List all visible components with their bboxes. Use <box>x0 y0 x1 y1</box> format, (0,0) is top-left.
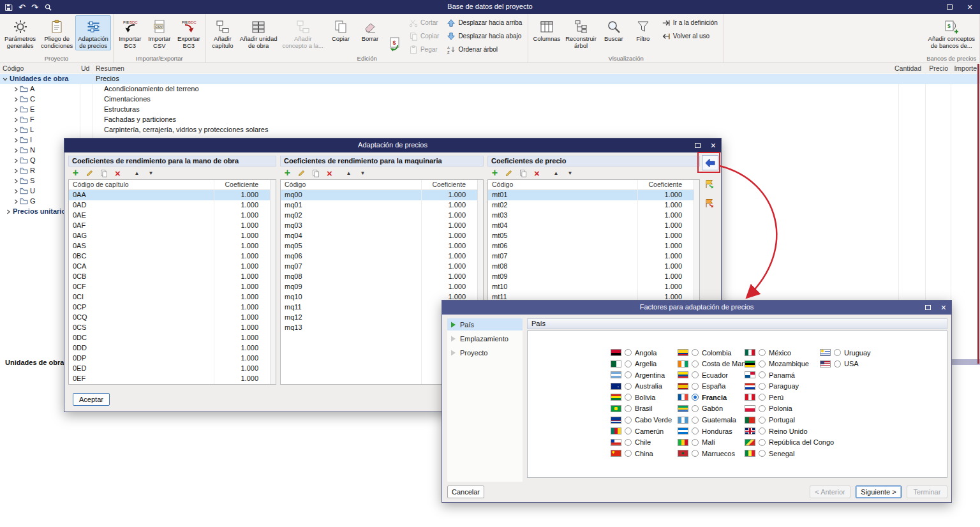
country-option-argentina[interactable]: Argentina <box>611 371 672 379</box>
chevron-down-icon[interactable] <box>2 76 8 82</box>
table-row[interactable]: 0AF1.000 <box>69 221 276 231</box>
country-option-peru[interactable]: Perú <box>745 393 834 401</box>
country-option-mali[interactable]: Malí <box>678 438 749 447</box>
country-option-reino-unido[interactable]: Reino Unido <box>745 427 834 435</box>
radio-button[interactable] <box>759 417 766 424</box>
tree-row-c[interactable]: CCimentaciones <box>0 94 980 105</box>
table-row[interactable]: mt081.000 <box>488 262 699 272</box>
radio-button[interactable] <box>625 450 632 457</box>
adaptacion-precios-button[interactable]: Adaptaciónde precios <box>75 15 111 50</box>
duplicate-row-icon[interactable] <box>518 168 528 178</box>
desplazar-arriba-button[interactable]: Desplazar hacia arriba <box>444 17 524 29</box>
table-row[interactable]: mq061.000 <box>281 251 483 262</box>
anterior-button[interactable]: < Anterior <box>810 486 850 498</box>
radio-button[interactable] <box>692 394 699 401</box>
radio-button[interactable] <box>692 450 699 457</box>
table-row[interactable]: 0ED1.000 <box>69 364 276 374</box>
country-option-paraguay[interactable]: Paraguay <box>745 382 834 390</box>
anadir-unidad-obra-button[interactable]: Añadir unidadde obra <box>237 15 280 50</box>
country-option-honduras[interactable]: Honduras <box>678 427 749 435</box>
country-option-australia[interactable]: Australia <box>611 382 672 390</box>
radio-button[interactable] <box>625 360 632 367</box>
radio-button[interactable] <box>625 383 632 390</box>
table-row[interactable]: 0CB1.000 <box>69 272 276 282</box>
table-row[interactable]: mt051.000 <box>488 231 699 241</box>
column-header-resumen[interactable]: Resumen <box>96 64 124 72</box>
siguiente-button[interactable]: Siguiente > <box>856 486 902 498</box>
search-icon[interactable] <box>44 3 52 11</box>
table-row[interactable]: mt101.000 <box>488 282 699 292</box>
cancelar-button[interactable]: Cancelar <box>447 486 484 498</box>
anadir-conceptos-bancos-button[interactable]: $Añadir conceptosde bancos de... <box>926 15 977 50</box>
table-row[interactable]: 0CP1.000 <box>69 302 276 313</box>
table-row[interactable]: mq031.000 <box>281 221 483 231</box>
radio-button[interactable] <box>759 383 766 390</box>
buscar-button[interactable]: Buscar <box>599 15 628 43</box>
radio-button[interactable] <box>759 349 766 356</box>
table-row[interactable]: mq071.000 <box>281 262 483 272</box>
parametros-generales-button[interactable]: Parámetrosgenerales <box>2 15 38 50</box>
radio-button[interactable] <box>692 360 699 367</box>
move-up-icon[interactable]: ▲ <box>551 168 561 178</box>
add-row-icon[interactable]: + <box>490 168 500 178</box>
filtro-button[interactable]: Filtro <box>628 15 658 43</box>
chevron-right-icon[interactable] <box>13 188 19 195</box>
tree-row-e[interactable]: EEstructuras <box>0 105 980 115</box>
edit-row-icon[interactable] <box>504 168 514 178</box>
table-row[interactable]: 0CI1.000 <box>69 292 276 302</box>
table-row[interactable]: 0CA1.000 <box>69 262 276 272</box>
copy-from-project-button[interactable] <box>704 179 716 189</box>
desplazar-abajo-button[interactable]: Desplazar hacia abajo <box>444 30 524 42</box>
radio-button[interactable] <box>625 405 632 412</box>
table-row[interactable]: 0CQ1.000 <box>69 313 276 323</box>
restore-button[interactable] <box>695 142 701 149</box>
country-option-argelia[interactable]: Argelia <box>611 360 672 368</box>
table-row[interactable]: mq051.000 <box>281 241 483 251</box>
volver-uso-button[interactable]: Volver al uso <box>659 30 720 42</box>
radio-button[interactable] <box>692 417 699 424</box>
table-row[interactable]: 0DC1.000 <box>69 333 276 343</box>
anadir-concepto-button[interactable]: Añadirconcepto a la... <box>279 15 325 50</box>
column-header-ud[interactable]: Ud <box>81 64 89 72</box>
country-option-chile[interactable]: Chile <box>611 438 672 447</box>
table-col-header[interactable]: Coeficiente <box>225 181 258 188</box>
anadir-capitulo-button[interactable]: Añadircapítulo <box>208 15 237 50</box>
table-row[interactable]: 0CF1.000 <box>69 282 276 292</box>
chevron-right-icon[interactable] <box>13 158 19 164</box>
radio-button[interactable] <box>625 417 632 424</box>
column-header-codigo[interactable]: Código <box>3 64 24 72</box>
chevron-right-icon[interactable] <box>13 127 19 133</box>
tree-row-a[interactable]: AAcondicionamiento del terreno <box>0 84 980 94</box>
country-option-francia[interactable]: Francia <box>678 393 749 401</box>
radio-button[interactable] <box>759 427 766 434</box>
close-button[interactable]: × <box>941 302 946 313</box>
country-option-cabo-verde[interactable]: Cabo Verde <box>611 416 672 424</box>
table-col-header[interactable]: Código <box>492 181 513 188</box>
wizard-step-emplazamiento[interactable]: Emplazamiento <box>447 332 523 345</box>
table-col-header[interactable]: Coeficiente <box>432 181 466 188</box>
chevron-right-icon[interactable] <box>13 86 19 93</box>
table-row[interactable]: mt021.000 <box>488 200 699 211</box>
table-col-header[interactable]: Coeficiente <box>648 181 682 188</box>
terminar-button[interactable]: Terminar <box>907 486 947 498</box>
wizard-step-pai-s[interactable]: País <box>447 318 523 330</box>
column-header-precio[interactable]: Precio <box>929 64 948 72</box>
country-option-repu-blica-del-congo[interactable]: República del Congo <box>745 438 834 447</box>
undo-icon[interactable]: ↶ <box>19 3 26 11</box>
radio-button[interactable] <box>759 360 766 367</box>
cortar-button[interactable]: Cortar <box>406 17 442 29</box>
chevron-right-icon[interactable] <box>13 147 19 154</box>
table-row[interactable]: 0AE1.000 <box>69 211 276 221</box>
country-option-angola[interactable]: Angola <box>611 348 672 357</box>
move-up-icon[interactable]: ▲ <box>132 168 142 178</box>
radio-button[interactable] <box>692 427 699 434</box>
table-row[interactable]: 0CS1.000 <box>69 323 276 333</box>
copiar-pequeno-button[interactable]: Copiar <box>406 30 442 42</box>
radio-button[interactable] <box>692 371 699 378</box>
chevron-right-icon[interactable] <box>13 168 19 174</box>
chevron-right-icon[interactable] <box>13 198 19 205</box>
chevron-right-icon[interactable] <box>13 137 19 144</box>
redo-icon[interactable]: ↷ <box>31 3 38 11</box>
radio-button[interactable] <box>692 405 699 412</box>
country-option-polonia[interactable]: Polonia <box>745 405 834 413</box>
